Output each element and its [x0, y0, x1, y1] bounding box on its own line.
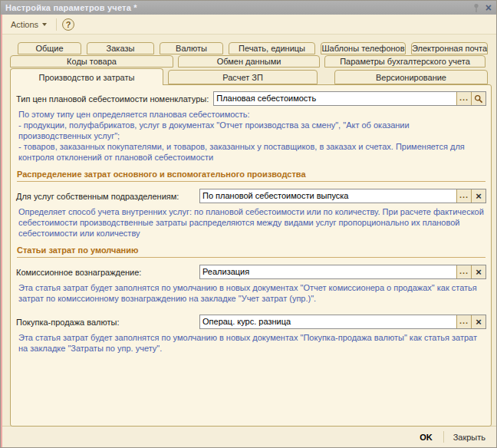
toolbar-separator	[56, 18, 57, 31]
tab-obmen-dannymi[interactable]: Обмен данными	[178, 55, 320, 68]
tab-raschet-zp[interactable]: Расчет ЗП	[168, 70, 318, 84]
ellipsis-button[interactable]: ...	[456, 315, 471, 328]
internal-services-label: Для услуг собственным подразделениям:	[16, 192, 183, 201]
close-button[interactable]: Закрыть	[450, 430, 489, 444]
clear-button[interactable]: ×	[471, 189, 485, 203]
window-title: Настройка параметров учета *	[5, 3, 137, 12]
tab-kody-tovara[interactable]: Коды товара	[10, 55, 173, 68]
tab-valyuty[interactable]: Валюты	[160, 42, 223, 54]
search-icon	[474, 94, 483, 104]
currency-trade-field[interactable]: Операц. курс. разница ... ×	[199, 315, 486, 329]
actions-label: Actions	[11, 20, 38, 29]
planned-cost-type-row: Тип цен плановой себестоимости номенклат…	[16, 91, 486, 106]
planned-cost-type-value[interactable]: Плановая себестоимость	[214, 92, 456, 105]
footer-divider	[443, 431, 444, 443]
internal-services-field[interactable]: По плановой себестоимости выпуска ... ×	[199, 189, 486, 203]
currency-trade-row: Покупка-продажа валюты: Операц. курс. ра…	[16, 315, 486, 329]
currency-trade-value[interactable]: Операц. курс. разница	[200, 315, 456, 328]
tab-proizvodstvo-i-zatraty[interactable]: Производство и затраты	[10, 68, 163, 85]
ok-button[interactable]: OK	[415, 430, 437, 444]
clear-button[interactable]: ×	[471, 265, 485, 278]
tab-versionirovanie[interactable]: Версионирование	[334, 70, 488, 84]
commission-fee-label: Комиссионное вознаграждение:	[16, 268, 146, 277]
magnifier-button[interactable]	[471, 92, 485, 105]
tab-pechat-edinitsy[interactable]: Печать, единицы	[229, 42, 315, 54]
planned-cost-type-field[interactable]: Плановая себестоимость ...	[213, 91, 486, 106]
tab-shablony-telefonov[interactable]: Шаблоны телефонов	[321, 42, 406, 54]
currency-trade-label: Покупка-продажа валюты:	[16, 318, 124, 327]
tab-row-3: Производство и затраты Расчет ЗП Версион…	[10, 68, 488, 85]
planned-cost-type-label: Тип цен плановой себестоимости номенклат…	[16, 94, 213, 104]
tab-zakazy[interactable]: Заказы	[87, 42, 154, 54]
internal-services-row: Для услуг собственным подразделениям: По…	[16, 189, 486, 203]
chevron-down-icon	[42, 23, 47, 26]
currency-trade-description: Эта статья затрат будет заполнятся по ум…	[18, 332, 485, 354]
section-header-default-cost-items: Статьи затрат по умолчанию	[17, 245, 485, 258]
commission-fee-field[interactable]: Реализация ... ×	[199, 265, 486, 279]
accounting-settings-window: Настройка параметров учета * × Actions ?…	[0, 0, 497, 448]
actions-toolbar: Actions ?	[1, 15, 496, 35]
planned-cost-type-description: По этому типу цен определяется плановая …	[18, 109, 485, 163]
commission-fee-value[interactable]: Реализация	[200, 265, 456, 278]
ellipsis-button[interactable]: ...	[456, 265, 471, 278]
tab-row-2: Коды товара Обмен данными Параметры бухг…	[10, 55, 485, 68]
tab-elektronnaya-pochta[interactable]: Электронная почта	[411, 42, 488, 54]
ellipsis-button[interactable]: ...	[456, 92, 471, 105]
titlebar-controls: ×	[473, 3, 492, 13]
ellipsis-button[interactable]: ...	[456, 189, 471, 203]
section-header-cost-distribution: Распределение затрат основного и вспомог…	[17, 170, 485, 182]
commission-fee-description: Эта статья затрат будет заполнятся по ум…	[18, 282, 485, 304]
dialog-body: Общие Заказы Валюты Печать, единицы Шабл…	[1, 35, 496, 427]
actions-menu-button[interactable]: Actions	[7, 18, 51, 31]
pin-icon[interactable]	[473, 3, 479, 13]
internal-services-description: Определяет способ учета внутренних услуг…	[18, 206, 485, 239]
commission-fee-row: Комиссионное вознаграждение: Реализация …	[16, 265, 486, 279]
tab-parametry-buhucheta[interactable]: Параметры бухгалтерского учета	[324, 55, 485, 68]
help-button[interactable]: ?	[62, 18, 74, 31]
clear-button[interactable]: ×	[471, 315, 485, 328]
tab-row-1: Общие Заказы Валюты Печать, единицы Шабл…	[18, 42, 488, 54]
close-icon[interactable]: ×	[485, 3, 492, 12]
dialog-footer: OK Закрыть	[1, 426, 496, 447]
titlebar: Настройка параметров учета * ×	[1, 1, 496, 15]
window-edge-accent	[1, 15, 2, 447]
tab-page-production-costs: Тип цен плановой себестоимости номенклат…	[10, 84, 492, 427]
tab-obschie[interactable]: Общие	[18, 42, 81, 54]
internal-services-value[interactable]: По плановой себестоимости выпуска	[200, 189, 456, 203]
